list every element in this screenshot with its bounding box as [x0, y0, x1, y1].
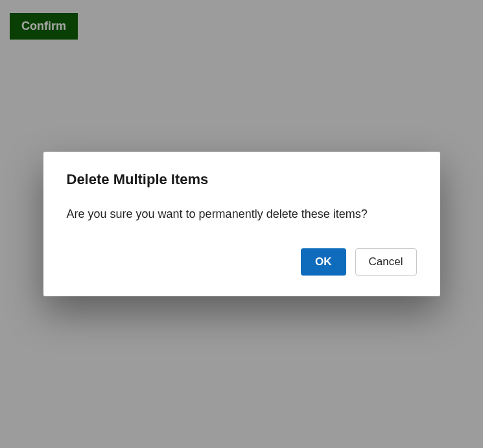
cancel-button[interactable]: Cancel [355, 248, 417, 276]
dialog-actions: OK Cancel [67, 248, 417, 276]
page-root: Confirm Delete Multiple Items Are you su… [0, 0, 483, 448]
ok-button[interactable]: OK [301, 248, 346, 276]
dialog-message: Are you sure you want to permanently del… [67, 206, 417, 222]
dialog-title: Delete Multiple Items [67, 171, 417, 188]
confirm-dialog: Delete Multiple Items Are you sure you w… [43, 152, 440, 296]
modal-overlay: Delete Multiple Items Are you sure you w… [0, 0, 483, 448]
